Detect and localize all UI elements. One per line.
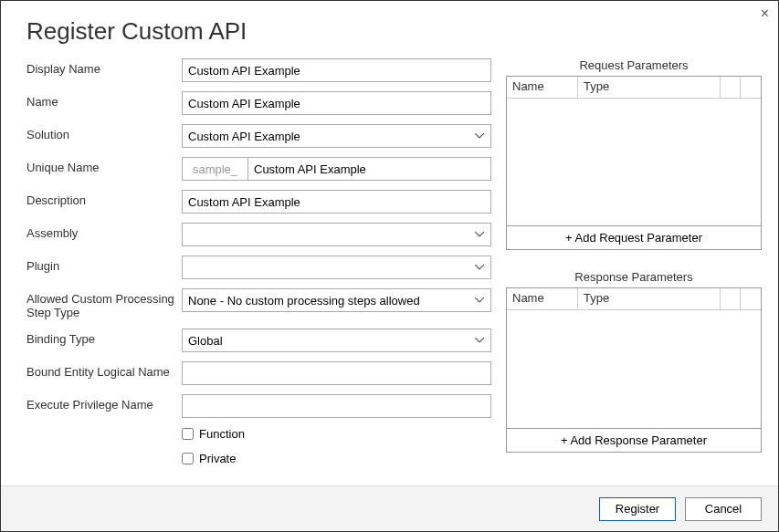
request-col-name: Name: [507, 77, 578, 98]
plugin-label: Plugin: [26, 256, 182, 273]
response-grid-header: Name Type: [507, 288, 761, 310]
execute-privilege-label: Execute Privilege Name: [26, 394, 182, 412]
unique-name-prefix: sample_: [182, 157, 247, 181]
request-parameters-section: Request Parameters Name Type + Add Reque…: [506, 58, 762, 250]
unique-name-label: Unique Name: [26, 157, 182, 174]
request-parameters-grid: Name Type: [506, 76, 762, 226]
allowed-step-label: Allowed Custom Processing Step Type: [26, 288, 182, 319]
response-col-action2: [741, 288, 761, 309]
close-icon[interactable]: ×: [761, 6, 769, 21]
function-checkbox[interactable]: [182, 428, 194, 440]
register-button[interactable]: Register: [599, 497, 676, 521]
response-col-action1: [721, 288, 741, 309]
parameters-column: Request Parameters Name Type + Add Reque…: [506, 58, 762, 485]
add-request-parameter-button[interactable]: + Add Request Parameter: [506, 226, 762, 250]
dialog-footer: Register Cancel: [1, 485, 778, 531]
response-grid-body: [507, 310, 761, 428]
private-checkbox-label: Private: [199, 452, 236, 465]
request-grid-header: Name Type: [507, 77, 761, 99]
response-parameters-title: Response Parameters: [506, 270, 762, 284]
display-name-label: Display Name: [26, 58, 182, 76]
assembly-select[interactable]: [182, 223, 491, 246]
dialog-title: Register Custom API: [1, 1, 778, 58]
response-col-name: Name: [507, 288, 578, 309]
plugin-select[interactable]: [182, 256, 491, 279]
description-input[interactable]: [182, 190, 491, 214]
dialog-body: Display Name Name Solution Custom API Ex…: [1, 58, 778, 485]
cancel-button[interactable]: Cancel: [685, 497, 762, 521]
bound-entity-input[interactable]: [182, 361, 491, 385]
private-checkbox[interactable]: [182, 453, 194, 464]
assembly-label: Assembly: [26, 223, 182, 240]
response-parameters-grid: Name Type: [506, 287, 762, 429]
response-col-type: Type: [578, 288, 721, 309]
request-parameters-title: Request Parameters: [506, 58, 762, 72]
form-column: Display Name Name Solution Custom API Ex…: [26, 58, 491, 485]
allowed-step-select[interactable]: None - No custom processing steps allowe…: [182, 288, 491, 312]
request-col-type: Type: [578, 77, 721, 98]
request-col-action2: [741, 77, 761, 98]
register-custom-api-dialog: × Register Custom API Display Name Name …: [0, 0, 779, 532]
request-col-action1: [721, 77, 741, 98]
add-response-parameter-button[interactable]: + Add Response Parameter: [506, 429, 762, 453]
bound-entity-label: Bound Entity Logical Name: [26, 361, 182, 379]
unique-name-input[interactable]: [247, 157, 491, 181]
binding-type-label: Binding Type: [26, 329, 182, 346]
request-grid-body: [507, 99, 761, 225]
response-parameters-section: Response Parameters Name Type + Add Resp…: [506, 270, 762, 453]
function-checkbox-label: Function: [199, 427, 245, 441]
display-name-input[interactable]: [182, 58, 491, 82]
name-input[interactable]: [182, 91, 491, 115]
name-label: Name: [26, 91, 182, 109]
solution-label: Solution: [26, 124, 182, 141]
description-label: Description: [26, 190, 182, 207]
binding-type-select[interactable]: Global: [182, 329, 491, 352]
execute-privilege-input[interactable]: [182, 394, 491, 418]
solution-select[interactable]: Custom API Example: [182, 124, 491, 148]
